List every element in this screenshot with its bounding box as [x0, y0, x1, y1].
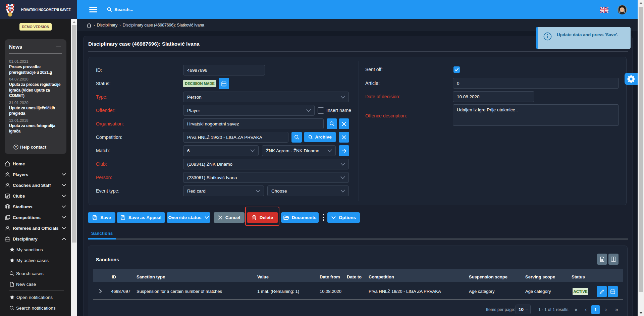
svg-text:S: S	[9, 9, 11, 11]
svg-text:?: ?	[15, 146, 17, 149]
svg-text:N: N	[9, 7, 11, 9]
svg-text:H: H	[9, 4, 11, 7]
